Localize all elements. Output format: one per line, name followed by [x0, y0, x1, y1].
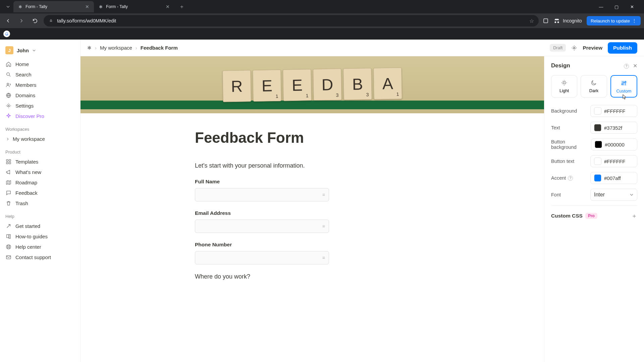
workspace-item[interactable]: My workspace [0, 134, 80, 144]
close-window-button[interactable]: ✕ [627, 4, 637, 9]
templates-icon [5, 159, 11, 165]
cover-image[interactable]: RE1E1D3B3A1 [80, 56, 544, 113]
sidebar: J John Home Search Members Domains Setti… [0, 40, 80, 362]
theme-dark[interactable]: Dark [581, 75, 607, 98]
color-input-accent[interactable]: #007aff [590, 172, 637, 184]
sidebar-item-howto[interactable]: How-to guides [0, 231, 80, 242]
url-text: tally.so/forms/wd0MMK/edit [57, 18, 526, 23]
tab-title: Form - Tally [25, 4, 82, 9]
tab-close-icon[interactable]: ✕ [165, 3, 170, 10]
sidebar-item-domains[interactable]: Domains [0, 90, 80, 101]
sidebar-item-settings[interactable]: Settings [0, 101, 80, 111]
font-select[interactable]: Inter [590, 189, 637, 201]
theme-light[interactable]: Light [551, 75, 577, 98]
sidebar-item-contact[interactable]: Contact support [0, 252, 80, 262]
minimize-button[interactable]: ― [596, 4, 606, 9]
drag-handle-icon[interactable]: ≡ [322, 255, 325, 260]
relaunch-button[interactable]: Relaunch to update ⋮ [587, 16, 641, 25]
design-row-text: Text #37352f [551, 122, 637, 134]
color-input-text[interactable]: #37352f [590, 122, 637, 134]
drag-handle-icon[interactable]: ≡ [322, 192, 325, 197]
lifebuoy-icon [5, 244, 11, 250]
extensions-icon[interactable] [543, 18, 549, 24]
breadcrumb-current: Feedback Form [141, 45, 178, 51]
bookmark-star-icon[interactable]: ☆ [529, 18, 534, 24]
svg-rect-7 [9, 160, 10, 161]
field-label[interactable]: Phone Number [195, 242, 430, 248]
publish-button[interactable]: Publish [608, 42, 637, 54]
sidebar-item-search[interactable]: Search [0, 69, 80, 80]
form-question[interactable]: Where do you work? [195, 273, 430, 280]
new-tab-button[interactable]: ＋ [177, 2, 186, 11]
svg-point-14 [563, 82, 566, 84]
color-input-button-text[interactable]: #FFFFFF [590, 155, 637, 167]
reload-button[interactable] [30, 16, 40, 25]
tab-search-dropdown[interactable] [3, 2, 13, 11]
color-input-button-bg[interactable]: #000000 [591, 138, 637, 150]
editor-area: RE1E1D3B3A1 Feedback Form Let's start wi… [80, 56, 644, 362]
sidebar-item-home[interactable]: Home [0, 59, 80, 69]
breadcrumb-workspace[interactable]: My workspace [100, 45, 132, 51]
sidebar-item-discover-pro[interactable]: Discover Pro [0, 111, 80, 121]
text-input[interactable]: ≡ [195, 220, 329, 233]
browser-tab-active[interactable]: ✱ Form - Tally ✕ [13, 1, 94, 12]
sidebar-item-roadmap[interactable]: Roadmap [0, 177, 80, 188]
color-input-background[interactable]: #FFFFFF [590, 105, 637, 117]
chevron-right-icon [6, 137, 9, 141]
site-info-icon[interactable] [48, 18, 54, 23]
url-input[interactable]: tally.so/forms/wd0MMK/edit ☆ [44, 15, 539, 26]
mail-icon [5, 254, 11, 260]
svg-rect-8 [6, 162, 8, 164]
svg-point-2 [6, 73, 9, 76]
sparkle-icon [5, 113, 11, 119]
user-menu[interactable]: J John [0, 44, 80, 59]
workspaces-header: Workspaces [0, 121, 80, 134]
bookmark-google[interactable] [3, 31, 10, 37]
help-icon[interactable]: ? [568, 176, 573, 181]
sidebar-item-trash[interactable]: Trash [0, 198, 80, 208]
app-logo-icon[interactable]: ✱ [87, 45, 92, 51]
chevron-down-icon [630, 193, 634, 197]
bookmark-bar [0, 28, 644, 40]
theme-custom[interactable]: Custom [610, 75, 637, 98]
close-panel-icon[interactable]: ✕ [633, 63, 637, 69]
color-swatch [594, 174, 601, 182]
maximize-button[interactable]: ▢ [612, 4, 621, 9]
text-input[interactable]: ≡ [195, 188, 329, 201]
trash-icon [5, 200, 11, 206]
field-label[interactable]: Email Address [195, 210, 430, 216]
field-label[interactable]: Full Name [195, 179, 430, 185]
incognito-badge[interactable]: Incognito [553, 17, 582, 24]
text-input[interactable]: ≡ [195, 251, 329, 264]
sidebar-item-helpcenter[interactable]: Help center [0, 242, 80, 252]
sidebar-item-members[interactable]: Members [0, 80, 80, 90]
chat-icon [5, 190, 11, 196]
sidebar-item-feedback[interactable]: Feedback [0, 188, 80, 198]
help-icon[interactable]: ? [624, 63, 629, 69]
sidebar-item-getstarted[interactable]: Get started [0, 221, 80, 231]
members-icon [5, 82, 11, 88]
form-title[interactable]: Feedback Form [195, 129, 430, 146]
help-header: Help [0, 208, 80, 221]
address-bar: tally.so/forms/wd0MMK/edit ☆ Incognito R… [0, 13, 644, 28]
settings-gear-icon[interactable] [571, 45, 577, 51]
color-swatch [594, 158, 601, 165]
drag-handle-icon[interactable]: ≡ [322, 224, 325, 229]
back-button[interactable] [3, 16, 13, 25]
sidebar-item-templates[interactable]: Templates [0, 157, 80, 167]
custom-css-row[interactable]: Custom CSS Pro ＋ [551, 205, 637, 220]
pro-badge: Pro [585, 213, 597, 219]
tab-title: Form - Tally [106, 4, 162, 9]
breadcrumb-separator: › [136, 45, 137, 51]
form-description[interactable]: Let's start with your personal informati… [195, 162, 430, 169]
browser-tab[interactable]: ✱ Form - Tally ✕ [94, 1, 174, 12]
plus-icon: ＋ [631, 212, 637, 220]
sidebar-item-whatsnew[interactable]: What's new [0, 167, 80, 177]
topbar: ✱ › My workspace › Feedback Form Draft P… [80, 40, 644, 56]
tab-close-icon[interactable]: ✕ [85, 3, 90, 10]
app-root: J John Home Search Members Domains Setti… [0, 40, 644, 362]
preview-button[interactable]: Preview [583, 45, 602, 51]
incognito-icon [553, 17, 560, 24]
form-canvas[interactable]: RE1E1D3B3A1 Feedback Form Let's start wi… [80, 56, 544, 362]
forward-button[interactable] [17, 16, 26, 25]
